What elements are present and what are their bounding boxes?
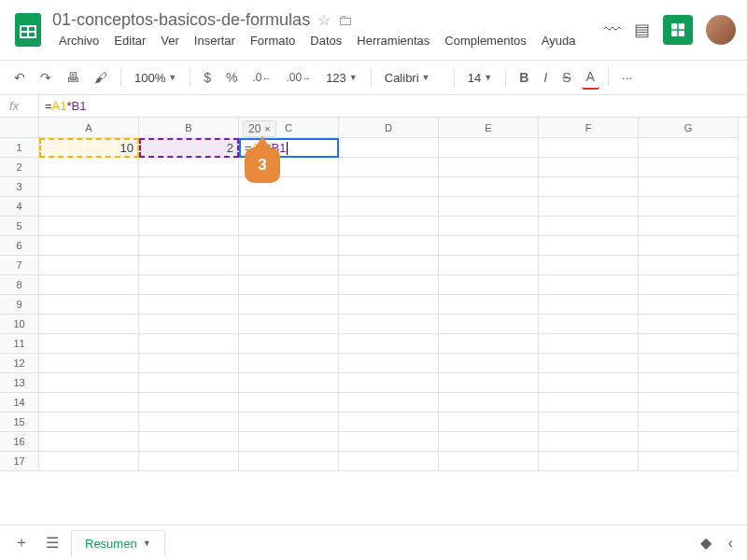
zoom-dropdown[interactable]: 100%▼	[130, 68, 181, 88]
row-header[interactable]: 16	[0, 432, 39, 452]
row-header[interactable]: 10	[0, 315, 39, 334]
row-header[interactable]: 7	[0, 256, 39, 275]
row-header[interactable]: 9	[0, 295, 39, 315]
formula-input[interactable]: =A1*B1	[39, 99, 86, 113]
menu-datos[interactable]: Datos	[303, 32, 348, 49]
row-header-1[interactable]: 1	[0, 138, 39, 158]
share-button[interactable]	[663, 15, 693, 45]
cell[interactable]	[439, 138, 539, 158]
select-all-corner[interactable]	[0, 118, 39, 138]
more-button[interactable]: ···	[617, 66, 638, 89]
col-header-e[interactable]: E	[439, 118, 539, 138]
menu-archivo[interactable]: Archivo	[52, 32, 106, 49]
row-header[interactable]: 13	[0, 373, 39, 393]
comment-icon[interactable]: ▤	[634, 20, 650, 40]
row-header[interactable]: 3	[0, 177, 39, 197]
increase-decimal-button[interactable]: .00→	[281, 67, 316, 88]
explore-button[interactable]: ◆	[696, 529, 716, 556]
format-dropdown[interactable]: 123▼	[321, 68, 362, 88]
cell-b1[interactable]: 2	[139, 138, 239, 158]
menu-formato[interactable]: Formato	[244, 32, 302, 49]
decrease-decimal-button[interactable]: .0←	[247, 67, 275, 88]
doc-title[interactable]: 01-conceptos-basicos-de-formulas	[52, 10, 310, 30]
fx-label: fx	[0, 95, 39, 117]
percent-button[interactable]: %	[221, 66, 242, 89]
close-tooltip-icon[interactable]: ×	[264, 123, 270, 134]
col-header-a[interactable]: A	[39, 118, 139, 138]
strikethrough-button[interactable]: S	[557, 66, 575, 89]
row-header[interactable]: 4	[0, 197, 39, 217]
formula-result-tooltip: 20 ×	[243, 120, 276, 137]
bold-button[interactable]: B	[514, 66, 533, 89]
star-icon[interactable]: ☆	[317, 11, 331, 29]
folder-icon[interactable]: 🗀	[338, 12, 353, 29]
avatar[interactable]	[706, 15, 736, 45]
undo-button[interactable]: ↶	[9, 66, 30, 89]
print-button[interactable]: 🖶	[62, 66, 84, 89]
sheet-tab-resumen[interactable]: Resumen▼	[71, 530, 165, 556]
row-header[interactable]: 6	[0, 236, 39, 256]
row-header[interactable]: 14	[0, 393, 39, 413]
row-header[interactable]: 5	[0, 217, 39, 236]
col-header-d[interactable]: D	[339, 118, 439, 138]
font-size-dropdown[interactable]: 14▼	[463, 68, 497, 88]
all-sheets-button[interactable]: ☰	[41, 529, 63, 556]
activity-icon[interactable]: 〰	[604, 21, 621, 40]
currency-button[interactable]: $	[199, 66, 216, 89]
menu-complementos[interactable]: Complementos	[438, 32, 532, 49]
add-sheet-button[interactable]: ＋	[9, 528, 34, 557]
text-color-button[interactable]: A	[582, 65, 599, 90]
row-header[interactable]: 11	[0, 334, 39, 354]
spreadsheet-grid[interactable]: A B C D E F G 1 10 2 20 × =A1*B1 2 3 4 5…	[0, 118, 747, 471]
cell[interactable]	[539, 138, 639, 158]
cell[interactable]	[339, 138, 439, 158]
menu-editar[interactable]: Editar	[107, 32, 152, 49]
menu-herramientas[interactable]: Herramientas	[350, 32, 436, 49]
menu-ayuda[interactable]: Ayuda	[535, 32, 583, 49]
row-header[interactable]: 15	[0, 413, 39, 432]
italic-button[interactable]: I	[539, 66, 552, 89]
cell-a1[interactable]: 10	[39, 138, 139, 158]
row-header[interactable]: 8	[0, 275, 39, 295]
menu-ver[interactable]: Ver	[154, 32, 186, 49]
paint-format-button[interactable]: 🖌	[90, 66, 112, 89]
cell[interactable]	[639, 138, 739, 158]
col-header-f[interactable]: F	[539, 118, 639, 138]
chevron-left-icon[interactable]: ‹	[724, 530, 738, 556]
col-header-g[interactable]: G	[639, 118, 739, 138]
tutorial-callout-3: 3	[245, 147, 280, 183]
sheets-logo[interactable]	[11, 13, 45, 47]
col-header-b[interactable]: B	[139, 118, 239, 138]
text-cursor	[287, 142, 288, 155]
row-header[interactable]: 2	[0, 158, 39, 177]
menu-insertar[interactable]: Insertar	[188, 32, 242, 49]
row-header[interactable]: 12	[0, 354, 39, 373]
row-header[interactable]: 17	[0, 452, 39, 471]
redo-button[interactable]: ↷	[35, 66, 56, 89]
font-dropdown[interactable]: Calibri▼	[380, 68, 445, 88]
tab-dropdown-icon[interactable]: ▼	[143, 539, 151, 548]
